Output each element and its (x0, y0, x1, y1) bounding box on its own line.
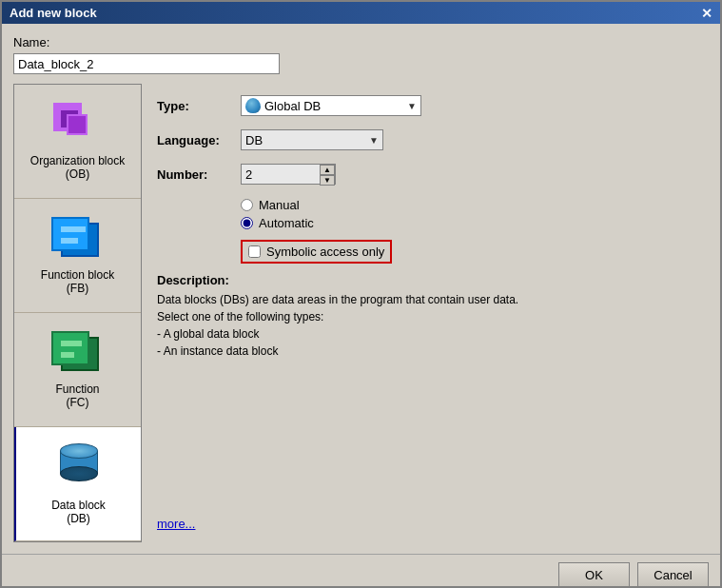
bottom-buttons: OK Cancel (2, 554, 720, 588)
name-label: Name: (13, 35, 709, 49)
dialog-body: Name: Organization block(OB) (2, 24, 720, 554)
sidebar-item-ob[interactable]: Organization block(OB) (14, 85, 141, 199)
dialog-title: Add new block (10, 6, 97, 20)
sidebar-item-fc-label: Function(FC) (55, 382, 99, 409)
sidebar-item-fc[interactable]: Function(FC) (14, 313, 141, 427)
title-bar: Add new block ✕ (2, 2, 720, 24)
number-row: Number: 2 ▲ ▼ (157, 164, 693, 185)
add-new-block-dialog: Add new block ✕ Name: Organization block… (0, 0, 722, 588)
language-row: Language: DB ▼ (157, 129, 693, 150)
name-section: Name: (13, 35, 709, 74)
language-dropdown-arrow: ▼ (369, 135, 379, 146)
spinner-down-button[interactable]: ▼ (320, 175, 335, 186)
close-button[interactable]: ✕ (701, 7, 712, 20)
description-title: Description: (157, 273, 693, 287)
symbolic-row: Symbolic access only (241, 240, 693, 264)
manual-radio[interactable] (241, 199, 253, 211)
more-link[interactable]: more... (157, 517, 693, 531)
ok-button[interactable]: OK (558, 562, 630, 587)
main-content: Organization block(OB) Function block(FB… (13, 84, 709, 542)
right-panel: Type: Global DB ▼ Language: DB ▼ (142, 84, 709, 542)
cancel-button[interactable]: Cancel (637, 562, 709, 587)
name-input[interactable] (13, 53, 280, 74)
data-block-icon (57, 443, 101, 493)
description-section: Description: Data blocks (DBs) are data … (157, 273, 693, 507)
sidebar-item-ob-label: Organization block(OB) (30, 154, 125, 181)
sidebar-item-fb-label: Function block(FB) (41, 268, 114, 295)
type-dropdown[interactable]: Global DB ▼ (241, 95, 421, 116)
organization-block-icon (53, 103, 103, 148)
sidebar: Organization block(OB) Function block(FB… (13, 84, 142, 542)
language-dropdown: DB ▼ (241, 129, 383, 150)
global-db-icon (245, 98, 261, 113)
spinner-buttons: ▲ ▼ (320, 165, 335, 184)
language-label: Language: (157, 133, 233, 147)
number-spinner[interactable]: 2 ▲ ▼ (241, 164, 336, 185)
symbolic-checkbox-container: Symbolic access only (241, 240, 392, 264)
sidebar-item-db-label: Data block(DB) (51, 499, 106, 525)
manual-radio-row: Manual (241, 198, 693, 212)
type-dropdown-arrow: ▼ (407, 101, 417, 111)
function-block-icon (51, 217, 105, 263)
sidebar-item-db[interactable]: Data block(DB) (14, 427, 141, 541)
automatic-radio[interactable] (241, 217, 253, 229)
language-dropdown-text: DB (245, 133, 369, 147)
type-row: Type: Global DB ▼ (157, 95, 693, 116)
sidebar-item-fb[interactable]: Function block(FB) (14, 199, 141, 313)
automatic-radio-row: Automatic (241, 216, 693, 230)
symbolic-checkbox[interactable] (248, 245, 261, 258)
manual-radio-label[interactable]: Manual (259, 198, 300, 212)
spinner-up-button[interactable]: ▲ (320, 165, 335, 175)
automatic-radio-label[interactable]: Automatic (259, 216, 314, 230)
function-icon (51, 331, 105, 377)
description-text: Data blocks (DBs) are data areas in the … (157, 291, 693, 360)
type-dropdown-text: Global DB (264, 99, 407, 113)
type-label: Type: (157, 99, 233, 113)
radio-group: Manual Automatic (241, 198, 693, 230)
number-value: 2 (245, 167, 252, 182)
number-label: Number: (157, 167, 233, 182)
symbolic-label[interactable]: Symbolic access only (266, 245, 384, 259)
